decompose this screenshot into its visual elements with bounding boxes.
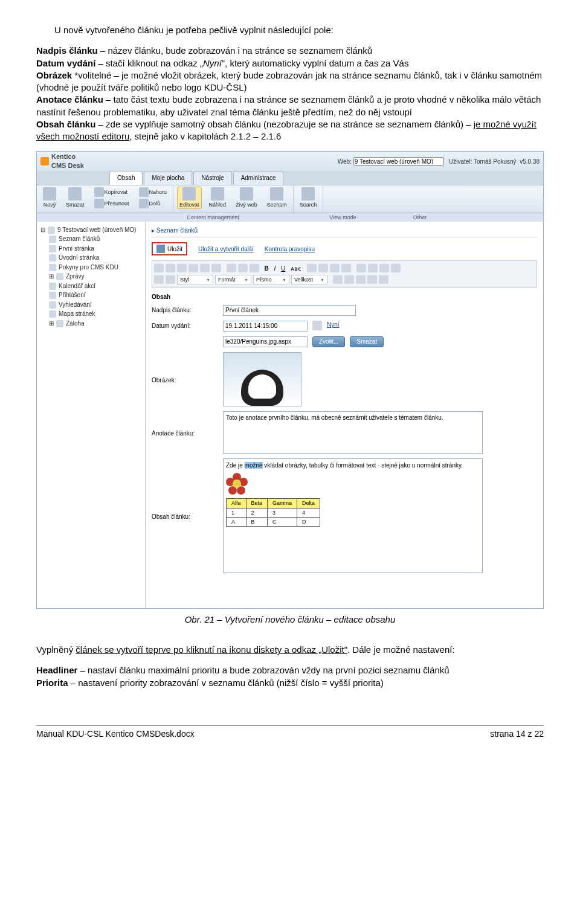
annotation-textarea[interactable]: Toto je anotace prvního článku, má obecn… <box>223 411 483 454</box>
tree-label: Mapa stránek <box>59 310 95 318</box>
strike-icon[interactable]: ᴀʙᴄ <box>291 265 301 273</box>
save-create-link[interactable]: Uložit a vytvořit další <box>198 245 254 254</box>
tb-novy[interactable]: Nový <box>40 187 59 209</box>
tree-root[interactable]: ⊟ 9 Testovací web (úroveň MO) <box>40 225 141 235</box>
table-cell: 3 <box>268 508 297 517</box>
ed-tool-icon[interactable] <box>166 264 175 272</box>
tree-item[interactable]: Kalendář akcí <box>40 281 141 291</box>
underline-icon[interactable]: U <box>281 265 285 273</box>
ed-tool-icon[interactable] <box>391 264 401 272</box>
ed-tool-icon[interactable] <box>367 275 377 284</box>
logo-text-b: CMS Desk <box>51 162 84 169</box>
tb-nahled[interactable]: Náhled <box>207 187 229 209</box>
ed-tool-icon[interactable] <box>379 264 389 272</box>
ed-tool-icon[interactable] <box>188 264 198 272</box>
def-term: Priorita <box>36 678 68 688</box>
tb-editovat[interactable]: Editovat <box>177 187 202 209</box>
ed-tool-icon[interactable] <box>154 275 164 284</box>
tree-label: Pokyny pro CMS KDU <box>59 263 118 272</box>
font-select[interactable]: Písmo <box>253 275 289 284</box>
tb-smazat[interactable]: Smazat <box>63 187 87 209</box>
spellcheck-link[interactable]: Kontrola pravopisu <box>265 245 315 254</box>
table-cell: B <box>246 517 268 526</box>
tb-label: Smazat <box>66 201 85 208</box>
tree-label: 9 Testovací web (úroveň MO) <box>57 226 136 234</box>
tree-item[interactable]: ⊞ Zprávy <box>40 272 141 281</box>
tree-item[interactable]: ⊞ Záloha <box>40 319 141 329</box>
tree-item[interactable]: Vyhledávání <box>40 300 141 310</box>
ed-tool-icon[interactable] <box>341 264 351 272</box>
ed-tool-icon[interactable] <box>250 264 259 272</box>
tb-nahoru[interactable]: Nahoru <box>137 187 170 197</box>
tab-nastroje[interactable]: Nástroje <box>193 171 231 185</box>
def-em: Nyní <box>203 58 222 68</box>
tab-moje-plocha[interactable]: Moje plocha <box>144 171 192 185</box>
ed-tool-icon[interactable] <box>154 264 164 272</box>
content-text: Zde je <box>226 462 245 469</box>
table-cell: Delta <box>297 499 320 508</box>
plus-icon[interactable]: ⊟ <box>40 226 45 234</box>
ed-tool-icon[interactable] <box>318 264 328 272</box>
definitions-block-2: Headliner – nastaví článku maximální pri… <box>36 664 544 689</box>
tree-label: Přihlášení <box>59 291 85 300</box>
save-button[interactable]: Uložit <box>152 242 187 255</box>
table-cell: D <box>297 517 320 526</box>
ed-tool-icon[interactable] <box>356 275 366 284</box>
move-icon <box>94 199 104 208</box>
tree-item[interactable]: Přihlášení <box>40 290 141 300</box>
tree-label: Zprávy <box>66 272 85 281</box>
content-editor[interactable]: Zde je možné vkládat obrázky, tabulky či… <box>223 458 483 573</box>
title-input[interactable] <box>223 305 356 316</box>
tab-obsah[interactable]: Obsah <box>109 171 143 185</box>
now-link[interactable]: Nyní <box>327 321 340 329</box>
tb-dolu[interactable]: Dolů <box>137 198 170 209</box>
ed-tool-icon[interactable] <box>211 264 221 272</box>
italic-icon[interactable]: I <box>274 265 276 273</box>
ed-tool-icon[interactable] <box>238 264 248 272</box>
ed-tool-icon[interactable] <box>333 275 343 284</box>
ed-tool-icon[interactable] <box>166 275 175 284</box>
ed-tool-icon[interactable] <box>368 264 378 272</box>
content-highlight: možné <box>245 462 263 469</box>
page-icon <box>49 283 56 290</box>
def-text: – nastaví článku maximální prioritu a bu… <box>77 665 449 675</box>
ed-tool-icon[interactable] <box>356 264 366 272</box>
field-label: Obrázek: <box>152 352 218 385</box>
web-selector[interactable] <box>353 157 444 165</box>
tb-zivy-web[interactable]: Živý web <box>233 187 260 209</box>
tree-item[interactable]: Úvodní stránka <box>40 253 141 263</box>
tree-label: Vyhledávání <box>59 301 92 309</box>
tree-label: Seznam článků <box>59 235 100 243</box>
image-thumbnail <box>223 352 301 406</box>
ed-tool-icon[interactable] <box>227 264 236 272</box>
ed-tool-icon[interactable] <box>330 264 340 272</box>
image-path-input[interactable] <box>223 336 308 347</box>
bold-icon[interactable]: B <box>265 265 269 273</box>
ed-tool-icon[interactable] <box>344 275 354 284</box>
tree-item[interactable]: Mapa stránek <box>40 309 141 319</box>
date-input[interactable] <box>223 321 308 332</box>
ed-tool-icon[interactable] <box>200 264 210 272</box>
tree-item[interactable]: První stránka <box>40 244 141 254</box>
def-text: – stačí kliknout na odkaz „ <box>95 58 203 68</box>
ed-tool-icon[interactable] <box>379 275 388 284</box>
table-cell: 2 <box>246 508 268 517</box>
format-select[interactable]: Formát <box>215 275 251 284</box>
tb-search[interactable]: Search <box>297 187 320 209</box>
tree-item[interactable]: Pokyny pro CMS KDU <box>40 263 141 272</box>
style-select[interactable]: Styl <box>177 275 213 284</box>
delete-img-button[interactable]: Smazat <box>350 336 384 347</box>
flower-image <box>226 473 248 495</box>
field-label: Anotace článku: <box>152 411 218 438</box>
tree-item[interactable]: Seznam článků <box>40 234 141 244</box>
ed-tool-icon[interactable] <box>177 264 187 272</box>
calendar-icon[interactable] <box>312 321 322 330</box>
tb-label: Editovat <box>179 201 199 208</box>
tb-presunout[interactable]: Přesunout <box>92 198 132 209</box>
tb-seznam[interactable]: Seznam <box>265 187 289 209</box>
size-select[interactable]: Velikost <box>291 275 327 284</box>
tb-kopirovat[interactable]: Kopírovat <box>92 187 132 197</box>
tab-administrace[interactable]: Administrace <box>233 171 284 185</box>
choose-button[interactable]: Zvolit... <box>312 336 345 347</box>
ed-tool-icon[interactable] <box>307 264 317 272</box>
